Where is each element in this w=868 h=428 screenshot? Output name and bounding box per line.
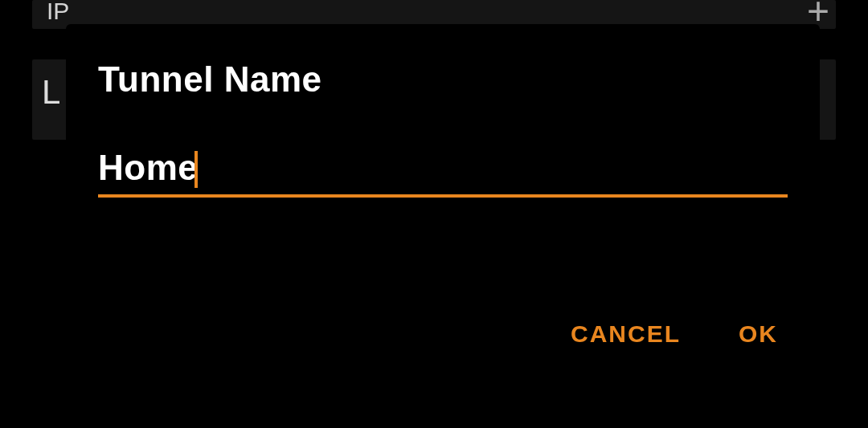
text-caret xyxy=(194,151,198,188)
ok-button[interactable]: OK xyxy=(739,320,778,348)
dialog-title: Tunnel Name xyxy=(98,59,788,100)
tunnel-name-input-wrap[interactable] xyxy=(98,148,788,198)
background-text-fragment-left: L xyxy=(42,75,60,109)
plus-icon: + xyxy=(807,0,829,27)
dialog-actions: CANCEL OK xyxy=(571,320,778,348)
background-text-fragment-top: IP xyxy=(47,0,69,22)
cancel-button[interactable]: CANCEL xyxy=(571,320,681,348)
tunnel-name-dialog: Tunnel Name CANCEL OK xyxy=(66,24,820,428)
tunnel-name-input[interactable] xyxy=(98,148,198,188)
